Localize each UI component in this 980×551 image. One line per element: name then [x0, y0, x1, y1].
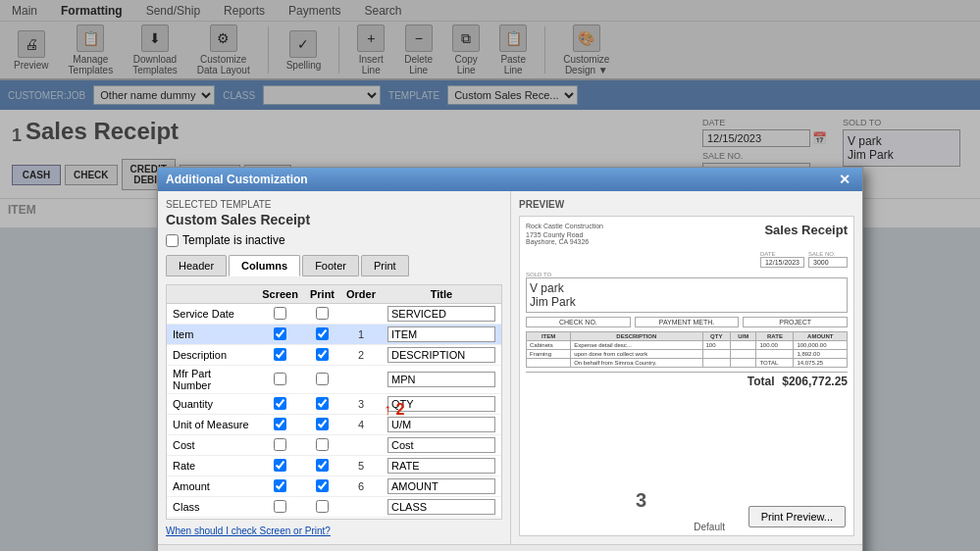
title-input[interactable]: [387, 347, 495, 363]
columns-table-row: Quantity3: [167, 394, 501, 415]
preview-line-3-rate: TOTAL: [756, 359, 794, 368]
column-row-order: 2: [340, 345, 382, 366]
screen-checkbox[interactable]: [274, 327, 286, 340]
title-input[interactable]: [387, 326, 495, 342]
column-row-print[interactable]: [304, 456, 340, 476]
column-row-name: Cost: [167, 435, 256, 456]
print-checkbox[interactable]: [316, 459, 329, 472]
print-checkbox[interactable]: [316, 397, 329, 410]
column-row-print[interactable]: [304, 518, 340, 521]
column-row-screen[interactable]: [256, 497, 304, 518]
columns-table-row: Service Date: [167, 304, 501, 325]
screen-checkbox[interactable]: [274, 500, 286, 513]
column-row-name: Service Date: [167, 304, 256, 325]
column-row-name: Class: [167, 497, 256, 518]
print-checkbox[interactable]: [316, 500, 329, 513]
tab-columns[interactable]: Columns: [229, 255, 300, 276]
column-row-screen[interactable]: [256, 394, 304, 415]
title-input[interactable]: [387, 306, 495, 322]
column-row-screen[interactable]: [256, 325, 304, 345]
title-input[interactable]: [387, 458, 495, 474]
column-row-title[interactable]: [382, 325, 501, 345]
column-row-title: [382, 435, 501, 456]
screen-checkbox[interactable]: [274, 397, 286, 410]
column-row-title[interactable]: [382, 345, 501, 366]
column-row-name: Item: [167, 325, 256, 345]
screen-checkbox[interactable]: [274, 307, 286, 320]
tab-header[interactable]: Header: [166, 255, 227, 276]
column-row-screen[interactable]: [256, 456, 304, 476]
screen-checkbox[interactable]: [274, 373, 286, 385]
column-row-print[interactable]: [304, 476, 340, 497]
column-row-title[interactable]: [382, 476, 501, 497]
tab-footer[interactable]: Footer: [302, 255, 359, 276]
preview-sale-no-val: 3000: [808, 257, 848, 268]
print-checkbox[interactable]: [316, 479, 329, 492]
modal-close-button[interactable]: ✕: [835, 172, 854, 187]
column-row-screen[interactable]: [256, 345, 304, 366]
modal-titlebar: Additional Customization ✕: [158, 168, 862, 191]
column-row-print[interactable]: [304, 497, 340, 518]
title-input[interactable]: [387, 478, 495, 494]
column-row-screen[interactable]: [256, 304, 304, 325]
title-input[interactable]: [387, 499, 495, 515]
preview-total-row: Total $206,772.25: [526, 372, 848, 388]
tabs-area: Header Columns Footer Print ↑ 2: [166, 255, 502, 276]
title-input[interactable]: [387, 372, 495, 387]
screen-checkbox[interactable]: [274, 479, 286, 492]
preview-line-3-desc: On behalf from Simroa Country.: [571, 359, 702, 368]
screen-checkbox[interactable]: [274, 459, 286, 472]
column-row-title[interactable]: [382, 456, 501, 476]
print-checkbox[interactable]: [316, 373, 329, 385]
col-header-title: Title: [382, 285, 501, 304]
column-row-screen[interactable]: [256, 366, 304, 394]
column-row-print[interactable]: [304, 325, 340, 345]
modal-body: SELECTED TEMPLATE Custom Sales Receipt T…: [158, 191, 862, 544]
print-checkbox[interactable]: [316, 438, 329, 451]
preview-col-rate: RATE: [756, 332, 794, 341]
column-row-print[interactable]: [304, 345, 340, 366]
preview-payment-meth: PAYMENT METH.: [635, 317, 740, 327]
preview-label: PREVIEW: [519, 199, 854, 210]
preview-company: Rock Castle Construction: [526, 223, 603, 229]
column-row-title: [382, 304, 501, 325]
preview-sold-to-name: V park: [530, 281, 844, 295]
help-link[interactable]: When should I check Screen or Print?: [166, 526, 502, 536]
column-row-screen[interactable]: [256, 435, 304, 456]
screen-checkbox[interactable]: [274, 418, 286, 430]
preview-col-amount: AMOUNT: [794, 332, 848, 341]
preview-line-row-2: Framing upon done from collect work 1,89…: [527, 350, 848, 359]
print-checkbox[interactable]: [316, 327, 329, 340]
inactive-checkbox[interactable]: [166, 234, 179, 247]
preview-total-value: $206,772.25: [782, 375, 848, 388]
preview-line-2-item: Framing: [527, 350, 571, 359]
title-input[interactable]: [387, 437, 495, 453]
screen-checkbox[interactable]: [274, 438, 286, 451]
column-row-print[interactable]: [304, 435, 340, 456]
col-header-order: Order: [340, 285, 382, 304]
preview-line-1-amount: 100,000.00: [794, 341, 848, 350]
preview-date-val: 12/15/2023: [760, 257, 804, 268]
tab-print[interactable]: Print: [361, 255, 409, 276]
modal-footer: Help Basic Customization... Layout Desig…: [158, 544, 862, 551]
screen-checkbox[interactable]: [274, 348, 286, 361]
column-row-screen[interactable]: [256, 415, 304, 435]
column-row-print[interactable]: [304, 304, 340, 325]
column-row-print[interactable]: [304, 415, 340, 435]
preview-col-um: U/M: [730, 332, 755, 341]
column-row-screen[interactable]: [256, 518, 304, 521]
column-row-print[interactable]: [304, 366, 340, 394]
print-checkbox[interactable]: [316, 348, 329, 361]
column-row-title: [382, 518, 501, 521]
print-checkbox[interactable]: [316, 418, 329, 430]
preview-pay-row: CHECK NO. PAYMENT METH. PROJECT: [526, 317, 848, 327]
columns-table-row: Cost: [167, 435, 501, 456]
step-2-indicator: ↑ 2: [384, 401, 404, 419]
print-preview-button[interactable]: Print Preview...: [748, 506, 846, 527]
column-row-screen[interactable]: [256, 476, 304, 497]
inactive-check-area: Template is inactive: [166, 233, 502, 247]
title-input[interactable]: [387, 417, 495, 432]
column-row-name: Amount: [167, 476, 256, 497]
column-row-print[interactable]: [304, 394, 340, 415]
print-checkbox[interactable]: [316, 307, 329, 320]
